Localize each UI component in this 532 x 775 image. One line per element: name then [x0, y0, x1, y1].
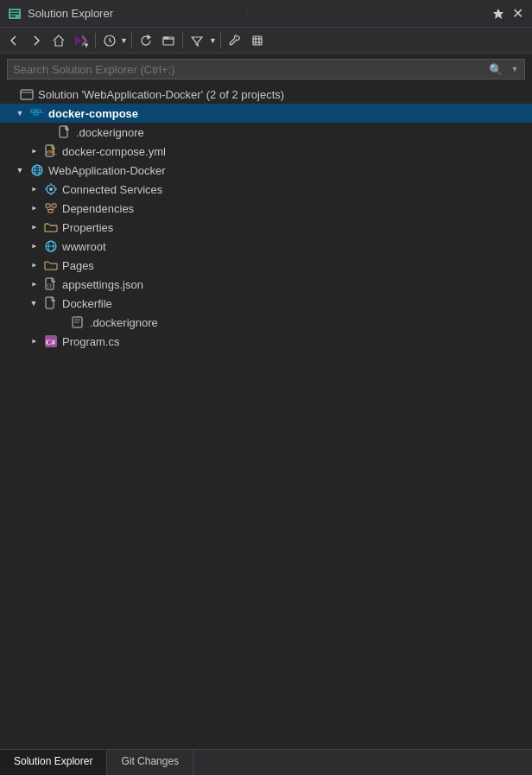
- pin-button[interactable]: [491, 6, 506, 22]
- solution-tree: Solution 'WebApplication-Docker' (2 of 2…: [0, 85, 532, 749]
- docker-compose-label: docker-compose: [48, 107, 138, 120]
- docker-compose-yml-icon: YML: [43, 143, 59, 159]
- docker-compose-expand[interactable]: ▼: [14, 107, 26, 119]
- pages-item[interactable]: ▼ Pages: [0, 256, 532, 275]
- separator-4: [220, 33, 221, 48]
- dockerignore-2-item[interactable]: .dockerignore: [0, 313, 532, 332]
- program-cs-expand[interactable]: ▼: [28, 335, 40, 347]
- tab-git-changes[interactable]: Git Changes: [107, 750, 193, 775]
- docker-compose-yml-item[interactable]: ▼ YML docker-compose.yml: [0, 142, 532, 161]
- separator-3: [182, 33, 183, 48]
- svg-rect-12: [253, 36, 262, 45]
- svg-rect-29: [52, 204, 56, 207]
- dockerignore-1-label: .dockerignore: [76, 126, 144, 139]
- svg-rect-3: [10, 16, 16, 17]
- dependencies-item[interactable]: ▼ Dependencies: [0, 199, 532, 218]
- webapplication-docker-label: WebApplication-Docker: [48, 164, 166, 177]
- svg-point-27: [49, 187, 53, 191]
- dockerfile-expand[interactable]: ▼: [28, 297, 40, 309]
- pages-expand[interactable]: ▼: [28, 259, 40, 271]
- svg-rect-16: [34, 112, 38, 115]
- wwwroot-label: wwwroot: [62, 240, 106, 253]
- wrench-button[interactable]: [225, 30, 245, 51]
- appsettings-expand[interactable]: ▼: [28, 278, 40, 290]
- separator-1: [95, 33, 96, 48]
- webapplication-docker-item[interactable]: ▼ WebApplication-Docker: [0, 161, 532, 180]
- search-container: 🔍 ▼: [0, 54, 532, 85]
- title-bar-left: Solution Explorer: [7, 6, 113, 22]
- docker-compose-yml-label: docker-compose.yml: [62, 145, 166, 158]
- close-button[interactable]: ✕: [510, 6, 525, 22]
- svg-text:YML: YML: [46, 149, 57, 156]
- dependencies-icon: [43, 200, 59, 216]
- webapplication-icon: [29, 162, 45, 178]
- pages-icon: [43, 257, 59, 273]
- dockerignore-2-label: .dockerignore: [90, 316, 158, 329]
- search-icon: 🔍: [486, 60, 505, 79]
- title-dots: · · · · · · · · · · · · · · · · · · · · …: [113, 9, 491, 18]
- title-bar-controls: ✕: [491, 6, 525, 22]
- connected-services-item[interactable]: ▼ Connected Services: [0, 180, 532, 199]
- solution-explorer-window: Solution Explorer · · · · · · · · · · · …: [0, 0, 532, 775]
- home-button[interactable]: [48, 30, 69, 51]
- svg-rect-28: [46, 204, 50, 207]
- wwwroot-icon: [43, 238, 59, 254]
- toolbar: ▼ ▼: [0, 28, 532, 54]
- pages-label: Pages: [62, 259, 94, 272]
- refresh-button[interactable]: [136, 30, 156, 51]
- properties-item[interactable]: ▼ Properties: [0, 218, 532, 237]
- dockerignore-1-item[interactable]: .dockerignore: [0, 123, 532, 142]
- program-cs-label: Program.cs: [62, 335, 119, 348]
- solution-icon: [19, 86, 35, 102]
- visual-studio-button[interactable]: ▼: [71, 30, 92, 51]
- svg-rect-39: [74, 321, 80, 321]
- appsettings-label: appsettings.json: [62, 278, 143, 291]
- connected-services-expand[interactable]: ▼: [28, 183, 40, 195]
- svg-point-10: [165, 37, 167, 39]
- tab-solution-explorer[interactable]: Solution Explorer: [0, 750, 107, 775]
- sync-button[interactable]: [247, 30, 268, 51]
- docker-compose-item[interactable]: ▼ docker-compose: [0, 104, 532, 123]
- svg-text:C#: C#: [46, 338, 55, 346]
- solution-item[interactable]: Solution 'WebApplication-Docker' (2 of 2…: [0, 85, 532, 104]
- svg-rect-38: [74, 319, 80, 320]
- forward-button[interactable]: [26, 30, 47, 51]
- dockerfile-item[interactable]: ▼ Dockerfile: [0, 294, 532, 313]
- svg-rect-40: [74, 322, 79, 323]
- solution-explorer-icon: [7, 6, 22, 22]
- dependencies-label: Dependencies: [62, 202, 134, 215]
- program-cs-item[interactable]: ▼ C# Program.cs: [0, 332, 532, 351]
- filter-button[interactable]: [187, 30, 207, 51]
- webapplication-expand[interactable]: ▼: [14, 164, 26, 176]
- history-button[interactable]: [99, 30, 120, 51]
- dockerfile-label: Dockerfile: [62, 297, 112, 310]
- program-cs-icon: C#: [43, 334, 59, 349]
- appsettings-item[interactable]: ▼ {} appsettings.json: [0, 275, 532, 294]
- svg-rect-13: [21, 90, 33, 99]
- dependencies-expand[interactable]: ▼: [28, 202, 40, 214]
- wwwroot-expand[interactable]: ▼: [28, 240, 40, 252]
- search-input[interactable]: [8, 63, 486, 76]
- properties-label: Properties: [62, 221, 113, 234]
- svg-rect-1: [10, 10, 19, 12]
- connected-services-label: Connected Services: [62, 183, 162, 196]
- docker-compose-yml-expand[interactable]: ▼: [28, 145, 40, 157]
- history-dropdown[interactable]: ▼: [120, 36, 128, 45]
- back-button[interactable]: [3, 30, 24, 51]
- properties-expand[interactable]: ▼: [28, 221, 40, 233]
- title-bar: Solution Explorer · · · · · · · · · · · …: [0, 0, 532, 28]
- svg-rect-36: [46, 297, 54, 308]
- dockerignore-2-icon: [71, 314, 86, 330]
- svg-point-11: [167, 37, 168, 39]
- svg-rect-6: [75, 36, 77, 45]
- filter-dropdown[interactable]: ▼: [209, 36, 217, 45]
- svg-text:{}: {}: [47, 283, 52, 288]
- docker-compose-icon: [29, 105, 45, 121]
- search-dropdown-icon[interactable]: ▼: [505, 60, 524, 79]
- separator-2: [131, 33, 132, 48]
- solution-label: Solution 'WebApplication-Docker' (2 of 2…: [38, 88, 284, 101]
- search-bar[interactable]: 🔍 ▼: [7, 59, 525, 79]
- properties-button[interactable]: [158, 30, 179, 51]
- svg-rect-2: [10, 13, 19, 15]
- wwwroot-item[interactable]: ▼ wwwroot: [0, 237, 532, 256]
